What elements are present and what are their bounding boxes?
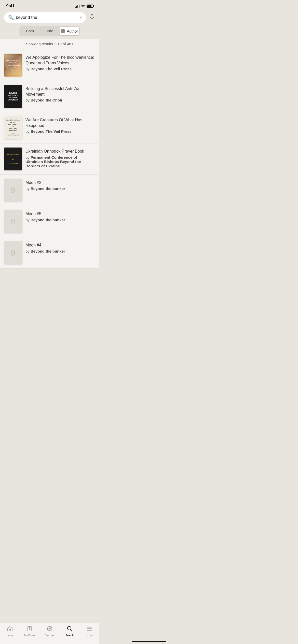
- list-item[interactable]: МОЛИТОВНИК ✦ PRAYER BOOK Ukrainian Ortho…: [0, 143, 99, 175]
- book-cover-placeholder: 9: [4, 241, 22, 264]
- status-time: 9:41: [6, 4, 15, 9]
- battery-icon: [87, 5, 93, 8]
- book-info: Moon #4 by Beyond the bunker: [25, 241, 95, 253]
- book-author: by Beyond the bunker: [25, 249, 95, 253]
- book-title: Moon #4: [25, 242, 95, 248]
- book-author: by Beyond The Veil Press: [25, 129, 95, 134]
- book-title: We Are Creatures Of What Has Happened: [25, 117, 95, 128]
- tab-author-label: Author: [67, 29, 78, 33]
- tab-both[interactable]: Both: [20, 27, 40, 35]
- book-info: Moon #2 by Beyond the bunker: [25, 179, 95, 191]
- book-info: We Apologize For The Inconvenience: Quee…: [25, 54, 95, 71]
- book-title: Moon #2: [25, 180, 95, 185]
- book-cover: BUILDINGSUCCESSFULANTIWARMOVEMENT: [4, 85, 22, 108]
- search-icon: 🔍: [8, 15, 14, 20]
- book-cover-placeholder: 9: [4, 179, 22, 202]
- book-cover-placeholder: 9: [4, 210, 22, 233]
- book-author: by Beyond the bunker: [25, 186, 95, 191]
- book-title: We Apologize For The Inconvenience: Quee…: [25, 55, 95, 66]
- results-count: Showing results 1-19 of 461: [0, 39, 99, 50]
- status-bar: 9:41: [0, 0, 99, 10]
- book-info: Moon #5 by Beyond the bunker: [25, 210, 95, 222]
- book-cover: Beyond The Veil Press WE ARECREATURESOFW…: [4, 116, 22, 139]
- book-info: Ukrainian Orthodox Prayer Book by Perman…: [25, 148, 95, 168]
- author-dot: [61, 29, 65, 33]
- list-item[interactable]: BUILDINGSUCCESSFULANTIWARMOVEMENT Buildi…: [0, 81, 99, 112]
- book-title: Ukrainian Orthodox Prayer Book: [25, 149, 95, 154]
- book-info: Building a Successful Anti-War Movement …: [25, 85, 95, 102]
- clear-button[interactable]: ×: [79, 15, 82, 20]
- book-list: WE APOLOGIZE FOR THE INCONVENIENCE Queer…: [0, 50, 99, 269]
- tab-author[interactable]: Author: [60, 27, 79, 35]
- book-cover: 9: [4, 241, 22, 264]
- status-icons: [75, 4, 93, 8]
- book-info: We Are Creatures Of What Has Happened by…: [25, 116, 95, 134]
- book-author: by Beyond The Veil Press: [25, 67, 95, 71]
- search-query: beyond the: [16, 15, 77, 20]
- signal-bars-icon: [75, 5, 79, 8]
- list-item[interactable]: WE APOLOGIZE FOR THE INCONVENIENCE Queer…: [0, 50, 99, 81]
- wifi-icon: [81, 4, 85, 8]
- book-cover: WE APOLOGIZE FOR THE INCONVENIENCE Queer…: [4, 54, 22, 77]
- list-item[interactable]: 9 Moon #4 by Beyond the bunker: [0, 237, 99, 269]
- book-author: by Beyond the bunker: [25, 218, 95, 222]
- search-container: 🔍 beyond the ×: [0, 10, 99, 26]
- book-cover: МОЛИТОВНИК ✦ PRAYER BOOK: [4, 148, 22, 170]
- tab-title[interactable]: Title: [40, 27, 59, 35]
- filter-tabs: Both Title Author: [19, 26, 80, 36]
- list-item[interactable]: 9 Moon #2 by Beyond the bunker: [0, 175, 99, 206]
- book-author: by Permanent Conference of Ukrainian Bis…: [25, 155, 95, 168]
- book-author: by Beyond the Choir: [25, 98, 95, 102]
- search-bar[interactable]: 🔍 beyond the ×: [4, 12, 86, 23]
- list-item[interactable]: 9 Moon #5 by Beyond the bunker: [0, 206, 99, 237]
- book-cover: 9: [4, 179, 22, 202]
- book-title: Moon #5: [25, 211, 95, 217]
- list-item[interactable]: Beyond The Veil Press WE ARECREATURESOFW…: [0, 112, 99, 143]
- book-title: Building a Successful Anti-War Movement: [25, 86, 95, 97]
- bell-button[interactable]: [89, 13, 95, 22]
- book-cover: 9: [4, 210, 22, 233]
